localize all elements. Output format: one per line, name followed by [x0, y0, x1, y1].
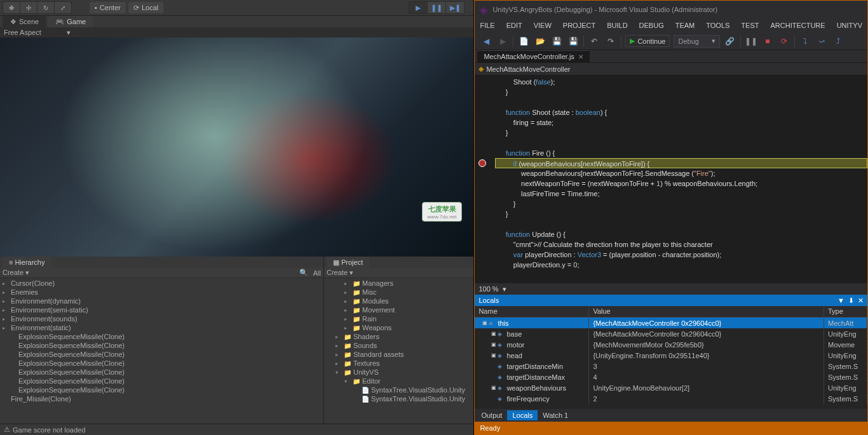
locals-row[interactable]: ▣ ◈ this {MechAttackMoveController 0x296…	[475, 318, 867, 328]
tab-hierarchy[interactable]: ≡ Hierarchy	[3, 257, 51, 268]
hand-tool[interactable]: ✥	[3, 2, 20, 13]
expand-icon[interactable]: ▣	[481, 320, 489, 326]
code-line[interactable]: function Fire () {	[498, 148, 867, 158]
locals-row[interactable]: ▣ ◈ weaponBehaviours UnityEngine.MonoBeh…	[475, 382, 867, 393]
code-line[interactable]: firing = state;	[498, 117, 867, 128]
code-line[interactable]: }	[498, 199, 867, 209]
locals-grid[interactable]: ▣ ◈ this {MechAttackMoveController 0x296…	[475, 318, 867, 409]
step-over-button[interactable]: ⤻	[815, 35, 828, 48]
locals-row[interactable]: ◈ fireFrequency 2 System.S	[475, 393, 867, 404]
project-item[interactable]: ▸📁Managers	[324, 279, 473, 288]
locals-row[interactable]: ▣ ◈ base {MechAttackMoveController 0x296…	[475, 328, 867, 339]
locals-row[interactable]: ◈ targetDistanceMax 4 System.S	[475, 371, 867, 382]
project-item[interactable]: ▸📁Textures	[324, 359, 473, 368]
menu-unityv[interactable]: UNITYV	[837, 22, 862, 29]
step-button[interactable]: ▶❚	[446, 2, 464, 13]
menu-view[interactable]: VIEW	[534, 22, 552, 29]
undo-button[interactable]: ↶	[588, 35, 600, 48]
project-item[interactable]: ▸📁Misc	[324, 288, 473, 297]
hierarchy-item[interactable]: ExplosionSequenceMissile(Clone)	[0, 377, 323, 385]
menu-file[interactable]: FILE	[480, 22, 494, 29]
hierarchy-item[interactable]: ▸Cursor(Clone)	[0, 279, 323, 288]
restart-button[interactable]: ⟳	[778, 35, 790, 48]
project-item[interactable]: ▸📁Standard assets	[324, 350, 473, 359]
project-item[interactable]: ▸📁Modules	[324, 297, 473, 305]
code-line[interactable]	[498, 138, 867, 148]
hierarchy-item[interactable]: ExplosionSequenceMissile(Clone)	[0, 332, 323, 341]
game-view[interactable]: 七度苹果 www.7do.net	[0, 37, 473, 257]
new-button[interactable]: 📄	[517, 35, 530, 48]
search-filter[interactable]: All	[313, 269, 321, 277]
continue-button[interactable]: ▶ Continue	[625, 35, 670, 47]
code-line[interactable]: "cmnt">// Calculate the direction from t…	[498, 239, 867, 250]
nav-fwd-button[interactable]: ▶	[496, 35, 509, 48]
attach-button[interactable]: 🔗	[724, 35, 736, 48]
redo-button[interactable]: ↷	[604, 35, 617, 48]
config-dropdown[interactable]: Debug ▾	[674, 35, 719, 48]
code-line[interactable]: }	[498, 209, 867, 219]
menu-project[interactable]: PROJECT	[563, 22, 595, 29]
aspect-dropdown[interactable]: Free Aspect ▾	[0, 27, 473, 37]
hierarchy-item[interactable]: Fire_Missile(Clone)	[0, 394, 323, 403]
project-item[interactable]: ▸📁Sounds	[324, 341, 473, 350]
save-button[interactable]: 💾	[550, 35, 563, 48]
menu-team[interactable]: TEAM	[675, 22, 695, 29]
hierarchy-item[interactable]: ▸Environment(semi-static)	[0, 305, 323, 314]
document-tab[interactable]: MechAttackMoveController.js ✕	[477, 50, 589, 62]
zoom-control[interactable]: 100 % ▾	[475, 283, 867, 295]
scale-tool[interactable]: ⤢	[55, 2, 71, 13]
col-name[interactable]: Name	[475, 306, 589, 317]
rotate-tool[interactable]: ↻	[37, 2, 54, 13]
hierarchy-item[interactable]: ▸Enemies	[0, 288, 323, 297]
move-tool[interactable]: ✢	[20, 2, 37, 13]
tab-game[interactable]: 🎮 Game	[48, 16, 93, 27]
bottom-tab-watch-1[interactable]: Watch 1	[538, 410, 573, 420]
hierarchy-item[interactable]: ExplosionSequenceMissile(Clone)	[0, 350, 323, 359]
hierarchy-item[interactable]: ▸Environment(dynamic)	[0, 297, 323, 305]
project-list[interactable]: ▸📁Managers▸📁Misc▸📁Modules▸📁Movement▸📁Rai…	[324, 278, 473, 424]
expand-icon[interactable]: ▣	[490, 352, 498, 358]
project-item[interactable]: ▸📁Shaders	[324, 332, 473, 341]
code-line[interactable]: lastFireTime = Time.time;	[498, 189, 867, 199]
project-item[interactable]: 📄SyntaxTree.VisualStudio.Unity	[324, 394, 473, 403]
close-icon[interactable]: ✕	[858, 297, 864, 305]
hierarchy-item[interactable]: ExplosionSequenceMissile(Clone)	[0, 385, 323, 394]
col-value[interactable]: Value	[589, 306, 824, 317]
code-line[interactable]: nextWeaponToFire = (nextWeaponToFire + 1…	[498, 178, 867, 189]
menu-debug[interactable]: DEBUG	[639, 22, 664, 29]
pivot-local-button[interactable]: ⟳ Local	[128, 2, 163, 13]
step-into-button[interactable]: ⤵	[799, 35, 811, 48]
col-type[interactable]: Type	[824, 306, 867, 317]
project-item[interactable]: ▸📁Weapons	[324, 323, 473, 332]
hierarchy-item[interactable]: ▸Environment(static)	[0, 323, 323, 332]
code-navigator[interactable]: ◆ MechAttackMoveController	[475, 63, 867, 76]
menu-build[interactable]: BUILD	[607, 22, 627, 29]
hierarchy-item[interactable]: ExplosionSequenceMissile(Clone)	[0, 368, 323, 377]
create-dropdown[interactable]: Create ▾	[3, 269, 29, 277]
menu-test[interactable]: TEST	[741, 22, 759, 29]
code-editor[interactable]: Shoot (false); } function Shoot (state :…	[475, 76, 867, 283]
project-item[interactable]: ▸📁Rain	[324, 314, 473, 323]
project-item[interactable]: 📄SyntaxTree.VisualStudio.Unity	[324, 385, 473, 394]
bottom-tab-locals[interactable]: Locals	[507, 410, 538, 420]
search-icon[interactable]: 🔍	[299, 269, 308, 277]
code-line[interactable]	[498, 219, 867, 229]
code-line[interactable]: function Shoot (state : boolean) {	[498, 107, 867, 117]
bottom-tab-output[interactable]: Output	[476, 410, 507, 420]
menu-architecture[interactable]: ARCHITECTURE	[770, 22, 825, 29]
menu-edit[interactable]: EDIT	[506, 22, 522, 29]
open-button[interactable]: 📂	[534, 35, 546, 48]
dropdown-icon[interactable]: ▼	[837, 297, 844, 305]
save-all-button[interactable]: 💾	[567, 35, 580, 48]
nav-back-button[interactable]: ◀	[480, 35, 492, 48]
tab-scene[interactable]: ❖ Scene	[3, 16, 46, 27]
expand-icon[interactable]: ▣	[490, 385, 498, 391]
code-line[interactable]: function Update () {	[498, 229, 867, 239]
step-out-button[interactable]: ⤴	[832, 35, 844, 48]
code-line[interactable]	[498, 97, 867, 107]
pause-button[interactable]: ❚❚	[428, 2, 445, 13]
pivot-center-button[interactable]: ▪ Center	[90, 2, 126, 13]
hierarchy-item[interactable]: ExplosionSequenceMissile(Clone)	[0, 341, 323, 350]
pin-icon[interactable]: ⬇	[848, 297, 854, 305]
pause-debug-button[interactable]: ❚❚	[745, 35, 757, 48]
